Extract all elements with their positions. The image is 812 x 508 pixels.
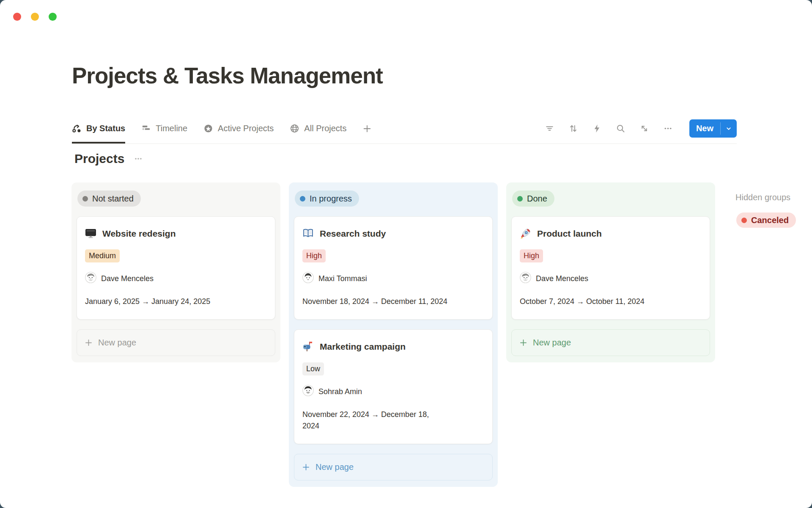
card-title: Research study bbox=[320, 229, 386, 239]
avatar-maxi-tommasi bbox=[302, 272, 314, 285]
globe-icon bbox=[290, 124, 299, 133]
tab-all-projects[interactable]: All Projects bbox=[290, 113, 346, 144]
view-toolbar: New bbox=[545, 119, 737, 138]
expand-icon[interactable] bbox=[639, 124, 649, 133]
kanban-board: Not started Website redesign Medium bbox=[71, 182, 812, 487]
column-not-started: Not started Website redesign Medium bbox=[71, 182, 280, 362]
assignee-name: Dave Menceles bbox=[536, 274, 588, 283]
priority-badge: Medium bbox=[85, 249, 120, 262]
avatar-dave-menceles bbox=[85, 272, 96, 285]
tab-active-projects[interactable]: Active Projects bbox=[203, 113, 274, 144]
status-dot bbox=[517, 196, 523, 202]
assignee-row: Maxi Tommasi bbox=[302, 272, 484, 285]
zap-icon[interactable] bbox=[592, 124, 602, 133]
status-dot bbox=[82, 196, 88, 202]
card-title: Marketing campaign bbox=[320, 342, 406, 352]
page-title: Projects & Tasks Management bbox=[72, 63, 383, 88]
card-marketing-campaign[interactable]: Marketing campaign Low Soh bbox=[294, 329, 493, 444]
new-button-label: New bbox=[689, 119, 720, 138]
assignee-row: Dave Menceles bbox=[520, 272, 702, 285]
desktop-computer-icon bbox=[85, 228, 96, 239]
rocket-icon bbox=[520, 228, 531, 239]
priority-badge: High bbox=[520, 249, 543, 262]
group-label: Canceled bbox=[751, 215, 789, 225]
assignee-name: Dave Menceles bbox=[101, 274, 154, 283]
tab-label: All Projects bbox=[304, 124, 346, 133]
board-status-icon bbox=[72, 124, 82, 133]
new-page-button-in-progress[interactable]: New page bbox=[294, 454, 493, 480]
sort-icon[interactable] bbox=[568, 124, 578, 133]
section-header: Projects bbox=[74, 152, 143, 166]
card-product-launch[interactable]: Product launch High Dave M bbox=[511, 216, 710, 320]
card-research-study[interactable]: Research study High Maxi Tommasi bbox=[294, 216, 493, 320]
card-title: Website redesign bbox=[102, 229, 176, 239]
priority-badge: High bbox=[302, 249, 326, 262]
priority-badge: Low bbox=[302, 362, 324, 375]
tab-label: Timeline bbox=[156, 124, 187, 133]
card-title: Product launch bbox=[537, 229, 602, 239]
new-page-label: New page bbox=[315, 462, 354, 472]
search-icon[interactable] bbox=[616, 124, 625, 133]
add-view-button[interactable] bbox=[362, 113, 372, 144]
ellipsis-icon[interactable] bbox=[134, 154, 143, 163]
minimize-window-button[interactable] bbox=[31, 13, 39, 21]
mailbox-icon bbox=[302, 341, 314, 352]
card-dates: November 22, 2024 → December 18, 2024 bbox=[302, 409, 444, 432]
view-tabs: By Status Timeline bbox=[72, 113, 372, 144]
tab-label: Active Projects bbox=[218, 124, 274, 133]
card-dates: November 18, 2024 → December 11, 2024 bbox=[302, 296, 484, 307]
group-label: In progress bbox=[310, 194, 352, 204]
assignee-name: Maxi Tommasi bbox=[318, 274, 367, 283]
card-dates: October 7, 2024 → October 11, 2024 bbox=[520, 296, 702, 307]
card-website-redesign[interactable]: Website redesign Medium Da bbox=[77, 216, 275, 320]
zoom-window-button[interactable] bbox=[49, 13, 57, 21]
filter-icon[interactable] bbox=[545, 124, 554, 133]
group-label: Done bbox=[527, 194, 547, 204]
star-circle-icon bbox=[203, 124, 213, 133]
assignee-name: Sohrab Amin bbox=[318, 387, 362, 396]
group-label: Not started bbox=[92, 194, 134, 204]
column-in-progress: In progress Research study High bbox=[289, 182, 498, 487]
hidden-groups-panel: Hidden groups Canceled bbox=[735, 182, 812, 228]
avatar-sohrab-amin bbox=[302, 385, 314, 398]
app-window: Projects & Tasks Management By Status bbox=[0, 0, 812, 508]
tab-timeline[interactable]: Timeline bbox=[141, 113, 187, 144]
group-badge-canceled[interactable]: Canceled bbox=[736, 213, 796, 228]
column-done: Done Product launch High bbox=[506, 182, 715, 362]
chevron-down-icon[interactable] bbox=[721, 119, 737, 138]
close-window-button[interactable] bbox=[13, 13, 21, 21]
plus-icon bbox=[362, 124, 372, 133]
tab-label: By Status bbox=[86, 124, 125, 133]
new-page-label: New page bbox=[533, 338, 571, 348]
hidden-groups-label: Hidden groups bbox=[735, 193, 812, 202]
tab-by-status[interactable]: By Status bbox=[72, 113, 125, 144]
assignee-row: Sohrab Amin bbox=[302, 385, 484, 398]
new-button[interactable]: New bbox=[689, 119, 737, 138]
section-title: Projects bbox=[74, 152, 124, 166]
avatar-dave-menceles bbox=[520, 272, 531, 285]
open-book-icon bbox=[302, 228, 314, 239]
status-dot bbox=[741, 218, 747, 223]
window-controls bbox=[13, 13, 57, 21]
timeline-icon bbox=[141, 124, 151, 133]
new-page-button-not-started[interactable]: New page bbox=[77, 329, 275, 356]
more-icon[interactable] bbox=[663, 124, 673, 133]
new-page-button-done[interactable]: New page bbox=[511, 329, 710, 356]
group-badge-in-progress[interactable]: In progress bbox=[295, 190, 359, 207]
group-badge-not-started[interactable]: Not started bbox=[77, 190, 141, 207]
group-badge-done[interactable]: Done bbox=[512, 190, 554, 207]
card-dates: January 6, 2025 → January 24, 2025 bbox=[85, 296, 267, 307]
view-tab-bar: By Status Timeline bbox=[72, 113, 737, 144]
status-dot bbox=[300, 196, 305, 202]
new-page-label: New page bbox=[98, 338, 136, 348]
assignee-row: Dave Menceles bbox=[85, 272, 267, 285]
